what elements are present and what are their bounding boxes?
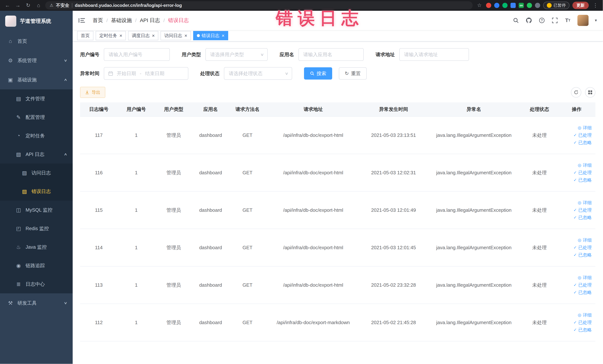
hamburger-icon[interactable] [79,17,86,23]
column-header: 异常名 [427,102,521,117]
search-button[interactable]: 搜索 [304,67,332,80]
chevron-down-icon[interactable]: ▾ [595,18,597,23]
exception-time-range[interactable]: 开始日期 - 结束日期 [104,67,188,80]
action-detail[interactable]: ◎详细 [559,274,592,281]
tab-access-log[interactable]: 访问日志× [161,31,191,40]
column-settings-button[interactable] [585,87,595,97]
user-avatar[interactable] [577,15,589,26]
cell-exception: java.lang.IllegalArgumentException [427,304,521,341]
refresh-table-button[interactable] [571,87,581,97]
breadcrumb-item-infra[interactable]: 基础设施 [111,17,132,24]
tab-job-log[interactable]: 调度日志× [128,31,158,40]
sidebar-item-api-log[interactable]: ▧API 日志∧ [0,145,73,164]
sidebar-item-home[interactable]: ⌂首页 [0,32,73,51]
breadcrumb-item-api-log[interactable]: API 日志 [140,17,160,24]
action-detail[interactable]: ◎详细 [559,236,592,244]
tab-home[interactable]: 首页 [77,31,93,40]
extension-icon-on-badge[interactable]: on [519,3,524,8]
action-mark-ignored[interactable]: ✓已忽略 [559,251,592,259]
action-mark-processed[interactable]: ✓已处理 [559,244,592,251]
action-mark-ignored[interactable]: ✓已忽略 [559,289,592,296]
extension-icon-blue-grid[interactable] [510,3,516,8]
sidebar-item-access-log[interactable]: ▨访问日志 [0,164,73,182]
cell-user-id: 1 [117,154,155,191]
action-detail[interactable]: ◎详细 [559,124,592,131]
action-mark-ignored[interactable]: ✓已忽略 [559,326,592,334]
sidebar-item-label: Redis 监控 [26,225,49,232]
cell-user-id: 1 [117,304,155,341]
breadcrumb-separator: / [135,18,136,23]
sidebar-item-error-log[interactable]: ▨错误日志 [0,182,73,201]
action-mark-processed[interactable]: ✓已处理 [559,131,592,139]
extension-icon-green-leaf[interactable] [527,3,532,8]
search-icon[interactable] [512,17,519,24]
extension-icon-red-circle[interactable] [486,3,491,8]
action-detail[interactable]: ◎详细 [559,311,592,319]
breadcrumb-item-home[interactable]: 首页 [93,17,103,24]
close-tab-icon[interactable]: × [222,33,224,38]
reset-button[interactable]: ↻ 重置 [339,67,367,80]
action-label: 详细 [583,124,592,131]
cell-method: GET [229,229,266,266]
cell-url: /api/infra/db-doc/export-html [266,266,360,304]
update-button[interactable]: 更新 [572,2,589,9]
sidebar-logo[interactable]: 芋道管理系统 [0,11,73,32]
sidebar-item-devtools[interactable]: ⚒研发工具∨ [0,293,73,313]
sidebar-item-mysql[interactable]: ◫MySQL 监控 [0,201,73,219]
action-mark-ignored[interactable]: ✓已忽略 [559,139,592,146]
sidebar-item-infra[interactable]: ▣基础设施∧ [0,70,73,89]
app-name-input[interactable] [299,48,364,61]
sidebar-item-job[interactable]: ◔定时任务 [0,127,73,145]
sidebar-item-config[interactable]: ✎配置管理 [0,108,73,127]
search-icon [310,71,314,76]
help-icon[interactable]: ? [538,17,545,24]
tab-error-log[interactable]: 错误日志× [193,31,228,40]
browser-menu-icon[interactable]: ⋮ [592,3,599,8]
fullscreen-icon[interactable] [551,17,558,24]
process-status-select[interactable]: 请选择处理状态 ∨ [224,67,292,80]
app-name-label: 应用名 [279,51,294,58]
action-mark-processed[interactable]: ✓已处理 [559,206,592,214]
back-icon[interactable]: ← [4,3,11,8]
extension-icon-dark-pin[interactable] [535,3,540,8]
sidebar-item-file[interactable]: ▤文件管理 [0,89,73,108]
user-id-input[interactable] [104,48,170,61]
action-mark-processed[interactable]: ✓已处理 [559,319,592,326]
browser-home-icon[interactable]: ⌂ [35,3,42,8]
action-mark-processed[interactable]: ✓已处理 [559,281,592,289]
action-detail[interactable]: ◎详细 [559,162,592,169]
divider [72,3,72,8]
timer-icon: ◔ [16,133,22,139]
sidebar-item-log-center[interactable]: ≣日志中心 [0,275,73,293]
tab-job[interactable]: 定时任务× [96,31,126,40]
bookmark-star-icon[interactable]: ☆ [476,3,483,8]
extension-icon-blue-drop[interactable] [494,3,499,8]
cell-url: /api/infra/db-doc/export-html [266,154,360,191]
main-area: 首页 / 基础设施 / API 日志 / 错误日志 ? [73,11,603,364]
action-mark-processed[interactable]: ✓已处理 [559,169,592,176]
action-mark-ignored[interactable]: ✓已忽略 [559,214,592,221]
address-bar[interactable]: ⚠ 不安全 dashboard.yudao.iocoder.cn/infra/l… [45,1,473,10]
sidebar-item-java[interactable]: ♨Java 监控 [0,238,73,256]
sidebar-item-trace[interactable]: ◉链路追踪 [0,256,73,275]
sidebar-menu: ⌂首页⚙系统管理∨▣基础设施∧▤文件管理✎配置管理◔定时任务▧API 日志∧▨访… [0,32,73,364]
user-type-select[interactable]: 请选择用户类型 ∨ [205,48,268,61]
extension-icon-green-circle[interactable] [502,3,508,8]
reload-icon[interactable]: ↻ [24,3,32,8]
close-tab-icon[interactable]: × [184,33,187,38]
sidebar-item-redis[interactable]: ◰Redis 监控 [0,219,73,238]
font-size-icon[interactable]: TT [564,17,571,24]
action-mark-ignored[interactable]: ✓已忽略 [559,176,592,184]
cell-status: 未处理 [521,154,558,191]
export-button[interactable]: 导出 [80,87,105,98]
github-icon[interactable] [525,17,532,24]
forward-icon[interactable]: → [14,3,22,8]
action-detail[interactable]: ◎详细 [559,199,592,206]
close-tab-icon[interactable]: × [152,33,155,38]
sidebar-item-system[interactable]: ⚙系统管理∨ [0,51,73,70]
paused-badge[interactable]: 已暂停 [543,2,569,9]
check-icon: ✓ [574,326,577,334]
request-url-input[interactable] [399,48,469,61]
action-label: 详细 [583,274,592,281]
close-tab-icon[interactable]: × [119,33,122,38]
